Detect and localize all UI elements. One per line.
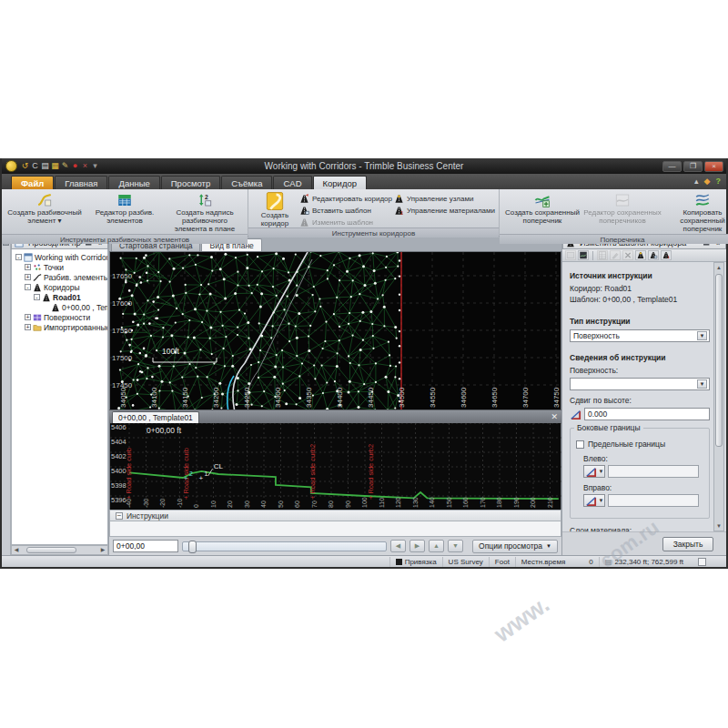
app-logo-icon[interactable] [5,160,17,172]
panel-tool-material-manage-icon[interactable]: 2 [661,250,672,260]
toolbar-dropdown-icon[interactable]: ▾ [90,161,100,171]
svg-text:190: 190 [513,497,520,508]
instructions-header[interactable]: − Инструкции [109,510,561,521]
unit-status[interactable]: Foot [489,557,515,567]
alignment-editor-button[interactable]: Редактор разбив. элементов [86,191,164,225]
station-slider[interactable] [182,541,387,551]
left-mode-dropdown[interactable]: ▼ [583,465,605,478]
panel-tool-template-insert-icon[interactable] [648,250,659,260]
ribbon-collapse-icon[interactable]: ▴ [694,177,699,186]
scroll-down-icon[interactable]: ▼ [714,521,723,531]
elevation-offset-input[interactable]: 0.000 [584,408,710,420]
panel-tool-node-manage-icon[interactable] [635,250,646,260]
expand-icon[interactable]: + [25,314,31,320]
station-input[interactable]: 0+00,00 [113,540,178,552]
create-alignment-label-button[interactable]: 2Создать надпись разбивочного элемента в… [166,191,244,234]
tree-horizontal-scrollbar[interactable]: ◀ ▶ [11,545,108,555]
view-options-button[interactable]: Опции просмотра▼ [472,540,558,553]
ribbon-tab-cad[interactable]: CAD [273,176,311,189]
plan-view-canvas[interactable]: 100ft17650176001755017500174503405034100… [109,251,561,410]
ribbon-tab-survey[interactable]: Съёмка [221,176,272,189]
collapse-icon[interactable]: − [116,512,123,520]
ribbon-tab-corridor[interactable]: Коридор [313,176,368,189]
section-tab[interactable]: 0+00,00 , Template01 [112,411,199,423]
create-alignment-button[interactable]: Создать разбивочный элемент ▾ [5,191,84,225]
scrollbar-thumb[interactable] [26,547,76,553]
save-icon[interactable]: ▦ [50,161,60,171]
svg-text:160: 160 [462,497,469,508]
import-icon[interactable]: ✎ [60,161,70,171]
close-button[interactable]: × [704,161,723,172]
collapse-icon[interactable]: - [25,284,31,290]
svg-text:170: 170 [480,497,486,508]
manage-materials-button[interactable]: 2Управление материалами [394,205,495,216]
status-checkbox[interactable] [698,558,706,566]
expand-icon[interactable]: + [25,274,31,280]
status-bar: Привязка US Survey Foot Местн.время 0 ▤ … [2,555,726,567]
close-doc-icon[interactable]: × [80,161,90,171]
right-value-input[interactable] [608,494,699,507]
panel-scrollbar[interactable]: ▲ ▼ [713,262,724,531]
create-saved-cross-section-button[interactable]: Создать сохраненный поперечник [503,191,581,225]
svg-text:210: 210 [547,497,553,508]
tree-item-0-00-00-template0[interactable]: 0+00,00 , Template0 [14,302,107,312]
instruction-type-select[interactable]: Поверхность▼ [570,329,710,342]
scroll-left-icon[interactable]: ◀ [12,546,21,554]
ribbon-tab-view[interactable]: Просмотр [161,176,220,189]
ribbon-tab-home[interactable]: Главная [55,176,107,189]
expand-icon[interactable]: + [25,264,31,270]
snap-status[interactable]: Привязка [389,557,442,567]
panel-tool-edit-icon [610,250,621,260]
help-icon[interactable]: ? [716,177,722,186]
svg-text:200: 200 [530,497,536,508]
tree-item-коридоры[interactable]: -Коридоры [14,282,107,292]
step-back-button[interactable]: ◀ [390,540,406,552]
record-icon[interactable]: ● [70,161,80,171]
node-manage-icon [394,194,404,204]
template-edit-icon [299,217,309,228]
collapse-icon[interactable]: - [15,254,22,260]
tree-item-разбив-элементы[interactable]: +Разбив. элементы [14,272,107,282]
panel-tool-template-image-icon[interactable] [578,250,589,260]
redo-icon[interactable]: C [30,161,40,171]
panel-close-button[interactable]: Закрыть [662,537,713,551]
ribbon-tab-data[interactable]: Данные [108,176,159,189]
create-corridor-button[interactable]: Создать коридор [252,191,298,228]
left-value-input[interactable] [608,465,699,478]
details-header: Сведения об инструкции [570,353,710,362]
scroll-up-icon[interactable]: ▲ [714,263,723,272]
tree-item-поверхности[interactable]: +Поверхности [14,312,107,322]
svg-text:-10: -10 [177,499,183,508]
tree-item-импортированные-файлы[interactable]: +Импортированные файлы [14,322,107,332]
tree-item-road01[interactable]: -Road01 [14,292,107,302]
limits-checkbox[interactable] [576,440,584,449]
svg-text:2: 2 [189,470,193,477]
section-close-icon[interactable]: ✕ [551,412,558,421]
right-mode-dropdown[interactable]: ▼ [583,494,605,507]
maximize-button[interactable]: ❐ [683,161,703,172]
svg-text:34300: 34300 [274,387,282,408]
section-view-canvas[interactable]: + Road side curb+ Road side curb+ Road s… [109,423,561,510]
cross-copy-icon [693,192,712,208]
slider-thumb[interactable] [188,541,197,553]
collapse-icon[interactable]: - [34,294,40,300]
tree-item-working-with-corridors[interactable]: -Working with Corridors [14,252,107,262]
step-forward-button[interactable]: ▶ [410,540,425,552]
tree-item-точки[interactable]: +Точки [14,262,107,272]
edit-corridor-button[interactable]: Редактировать коридор [299,193,392,204]
expand-icon[interactable]: + [25,324,31,330]
new-file-icon[interactable]: ▤ [40,161,50,171]
unit-system-status[interactable]: US Survey [442,557,489,567]
insert-template-button[interactable]: Вставить шаблон [299,205,392,216]
manage-nodes-button[interactable]: Управление узлами [394,193,495,204]
step-up-button[interactable]: ▲ [429,540,444,552]
step-down-button[interactable]: ▼ [448,540,463,552]
scroll-right-icon[interactable]: ▶ [98,546,107,554]
undo-icon[interactable]: ↺ [20,161,30,171]
ribbon-tab-file[interactable]: Файл [11,176,54,189]
surface-select[interactable]: ▼ [570,378,710,390]
copy-saved-cross-section-button[interactable]: Копировать сохраненный поперечник [663,191,728,234]
scrollbar-thumb[interactable] [715,274,723,447]
minimize-button[interactable]: — [662,161,682,172]
time-status[interactable]: Местн.время [515,557,571,567]
